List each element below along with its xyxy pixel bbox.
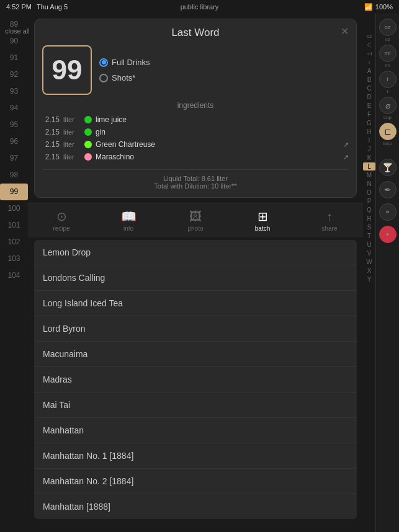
center-content: close all Last Word ✕ 99 Full Drinks Sho… [28,14,363,532]
drink-list: Lemon Drop Londons Calling Long Island I… [34,240,357,530]
drink-londons-calling[interactable]: Londons Calling [34,265,357,291]
ingredient-name-lime: lime juice [96,115,349,124]
alpha-L[interactable]: L [363,162,375,171]
tool-straw-icon[interactable]: ⁍ [379,203,397,221]
alphabet-sidebar: oz C ml t A B C D E F G H I J K L M N O … [363,14,375,532]
drink-mai-tai[interactable]: Mai Tai [34,392,357,418]
number-104[interactable]: 104 [0,267,28,284]
alpha-B[interactable]: B [363,76,375,84]
alpha-P[interactable]: P [363,197,375,205]
tool-cocktail-glass[interactable]: 🍸 [379,159,397,176]
drink-lord-byron[interactable]: Lord Byron [34,316,357,342]
alpha-G[interactable]: G [363,119,375,127]
number-100[interactable]: 100 [0,200,28,217]
drink-manhattan-1884-1[interactable]: Manhattan No. 1 [1884] [34,443,357,469]
number-97[interactable]: 97 [0,150,28,167]
tool-drop-icon[interactable]: • [379,226,397,243]
alpha-I[interactable]: I [363,136,375,144]
ingredient-unit-chartreuse: liter [63,141,81,148]
alpha-O[interactable]: O [363,188,375,197]
alpha-N[interactable]: N [363,180,375,188]
alpha-J[interactable]: J [363,145,375,153]
alpha-X[interactable]: X [363,267,375,275]
alpha-K[interactable]: K [363,154,375,162]
number-95[interactable]: 95 [0,117,28,133]
shots-label: Shots* [112,73,135,82]
drink-manhattan[interactable]: Manhattan [34,418,357,443]
shots-radio[interactable]: Shots* [99,73,349,82]
tool-stir-icon[interactable]: ✒ [379,181,397,198]
alpha-ml[interactable]: ml [363,50,375,58]
tab-info-label: info [123,225,133,232]
tool-sidebar: oz oz ml ml t t ⌀ cup ⊏ tbsp 🍸 ✒ ⁍ • [375,14,399,532]
drink-macunaima[interactable]: Macunaima [34,342,357,367]
number-102[interactable]: 102 [0,234,28,250]
tool-cup[interactable]: ⌀ [379,97,397,114]
tool-t[interactable]: t [379,71,397,88]
share-icon: ↑ [326,210,333,224]
tool-ml[interactable]: ml [379,45,397,62]
number-92[interactable]: 92 [0,66,28,83]
tab-batch-label: batch [255,225,270,232]
alpha-A[interactable]: A [363,67,375,75]
alpha-M[interactable]: M [363,171,375,179]
number-91[interactable]: 91 [0,50,28,66]
drink-lemon-drop[interactable]: Lemon Drop [34,240,357,265]
number-list: 89 90 91 92 93 94 95 96 97 98 99 100 101… [0,14,28,532]
card-body: 99 Full Drinks Shots* [42,45,349,95]
ingredient-row-lime: 2.15 liter lime juice [42,113,349,126]
alpha-T[interactable]: T [363,232,375,240]
tab-share[interactable]: ↑ share [296,210,363,232]
full-drinks-radio[interactable]: Full Drinks [99,58,349,67]
wifi-icon: 📶 [364,3,373,11]
alpha-S[interactable]: S [363,223,375,231]
number-103[interactable]: 103 [0,250,28,267]
tool-ml-label: ml [385,63,390,68]
maraschino-link-icon[interactable]: ↗ [343,153,349,161]
drink-manhattan-1888[interactable]: Manhattan [1888] [34,494,357,519]
batch-number-display: 99 [42,45,92,95]
alpha-D[interactable]: D [363,93,375,101]
tab-photo[interactable]: 🖼 photo [162,210,229,232]
ingredients-title: ingredients [42,101,349,110]
number-96[interactable]: 96 [0,133,28,150]
drink-long-island[interactable]: Long Island Iced Tea [34,291,357,316]
number-90[interactable]: 90 [0,33,28,50]
alpha-c[interactable]: C [363,41,375,49]
ingredient-color-maraschino [84,153,92,161]
alpha-t[interactable]: t [363,58,375,66]
number-98[interactable]: 98 [0,167,28,184]
alpha-H[interactable]: H [363,128,375,136]
battery-label: 100% [375,3,393,11]
drink-madras[interactable]: Madras [34,367,357,392]
number-99[interactable]: 99 [0,184,28,200]
ingredients-section: ingredients 2.15 liter lime juice 2.15 l… [42,101,349,163]
total-liquid: Liquid Total: 8.61 liter [42,175,349,182]
tool-oz[interactable]: oz [379,19,397,36]
alpha-C[interactable]: C [363,84,375,92]
alpha-oz[interactable]: oz [363,32,375,40]
alpha-W[interactable]: W [363,258,375,266]
drink-manhattan-1884-2[interactable]: Manhattan No. 2 [1884] [34,469,357,494]
close-all-button[interactable]: close all [28,27,30,35]
number-93[interactable]: 93 [0,83,28,100]
tab-recipe[interactable]: ⊙ recipe [28,209,95,232]
number-94[interactable]: 94 [0,100,28,117]
batch-icon: ⊞ [258,209,268,224]
alpha-Q[interactable]: Q [363,206,375,214]
alpha-E[interactable]: E [363,102,375,110]
tab-photo-label: photo [187,225,203,232]
number-101[interactable]: 101 [0,217,28,234]
ingredient-amount-chartreuse: 2.15 [42,140,60,149]
alpha-U[interactable]: U [363,241,375,249]
alpha-R[interactable]: R [363,215,375,223]
alpha-V[interactable]: V [363,249,375,257]
alpha-F[interactable]: F [363,110,375,118]
alpha-Y[interactable]: Y [363,275,375,283]
chartreuse-link-icon[interactable]: ↗ [343,141,349,149]
close-icon[interactable]: ✕ [341,25,349,37]
tab-batch[interactable]: ⊞ batch [229,209,296,232]
tool-tbsp[interactable]: ⊏ [379,123,397,140]
tab-info[interactable]: 📖 info [95,209,162,232]
serving-type-group: Full Drinks Shots* [99,45,349,95]
